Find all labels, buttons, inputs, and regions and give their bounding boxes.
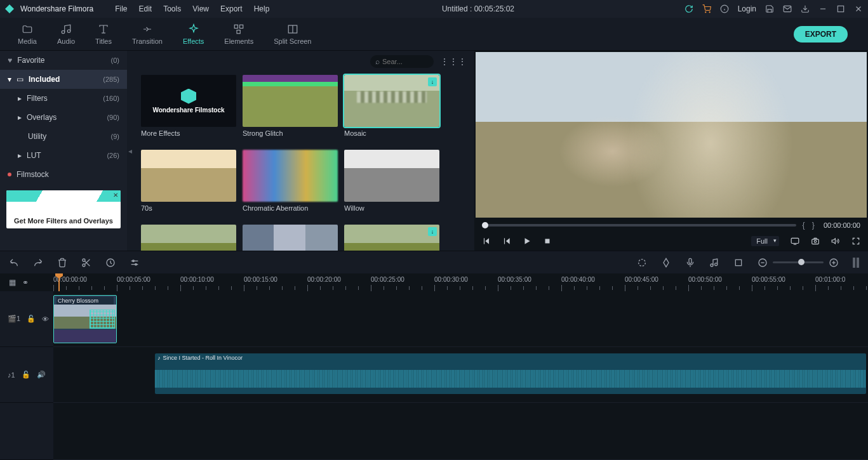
preview-video[interactable] [476, 52, 867, 218]
display-icon[interactable] [791, 237, 799, 246]
lock-icon[interactable]: 🔓 [27, 315, 36, 323]
zoom-knob[interactable] [798, 259, 805, 265]
effect-item-mosaic[interactable]: ↓ Mosaic [344, 75, 439, 143]
video-clip[interactable]: Cherry Blossom [53, 295, 117, 343]
fullscreen-icon[interactable] [851, 237, 860, 246]
svg-rect-17 [237, 30, 240, 33]
video-lane[interactable]: Cherry Blossom [53, 291, 868, 347]
svg-marker-23 [506, 238, 510, 244]
grid-view-icon[interactable]: ⋮⋮⋮ [440, 56, 467, 67]
volume-icon[interactable] [831, 237, 840, 246]
sidebar-item-favorite[interactable]: ♥Favorite (0) [0, 51, 127, 70]
svg-point-43 [715, 263, 718, 265]
color-match-icon[interactable] [637, 258, 647, 268]
promo-banner[interactable]: ✕ Get More Filters and Overlays [6, 190, 121, 228]
snapshot-icon[interactable] [811, 237, 820, 246]
sidebar-item-utility[interactable]: Utility (9) [0, 127, 127, 146]
menu-file[interactable]: File [112, 3, 130, 15]
timeline-ruler[interactable]: 00:00:00:0000:00:05:0000:00:10:0000:00:1… [53, 273, 868, 291]
scrub-bar[interactable] [482, 224, 796, 227]
effect-item-willow[interactable]: Willow [344, 150, 439, 218]
settings-icon[interactable] [130, 258, 140, 268]
sparkle-icon [188, 23, 199, 35]
menu-edit[interactable]: Edit [137, 3, 155, 15]
lock-icon[interactable]: 🔓 [22, 371, 30, 379]
play-button[interactable] [523, 237, 531, 246]
tab-titles[interactable]: Titles [85, 21, 122, 48]
tab-media[interactable]: Media [8, 21, 47, 48]
cart-icon[interactable] [702, 4, 711, 13]
download-icon[interactable] [801, 4, 810, 13]
save-icon[interactable] [765, 4, 774, 13]
tab-elements[interactable]: Elements [214, 21, 264, 48]
speed-button[interactable] [105, 258, 116, 268]
zoom-out-button[interactable] [758, 258, 768, 268]
effect-item-partial[interactable] [243, 225, 338, 251]
step-back-button[interactable] [502, 237, 511, 246]
playhead[interactable] [58, 273, 60, 291]
sidebar-item-filters[interactable]: ▸Filters (160) [0, 89, 127, 108]
maximize-icon[interactable] [836, 4, 845, 13]
audio-mixer-icon[interactable] [709, 258, 719, 268]
search-input[interactable]: ⌕ [370, 55, 434, 68]
visibility-icon[interactable]: 👁 [42, 315, 49, 323]
mail-icon[interactable] [783, 4, 792, 13]
menu-help[interactable]: Help [251, 3, 272, 15]
split-button[interactable] [81, 258, 91, 268]
stop-button[interactable] [543, 237, 552, 246]
undo-button[interactable] [9, 258, 19, 268]
sidebar-item-overlays[interactable]: ▸Overlays (90) [0, 108, 127, 127]
effect-item-strong-glitch[interactable]: Strong Glitch [243, 75, 338, 143]
close-icon[interactable] [854, 4, 863, 13]
sidebar-item-included[interactable]: ▾▭Included (285) [0, 70, 127, 89]
scrub-knob[interactable] [482, 222, 488, 228]
ruler-tick: 00:00:50:00 [688, 276, 722, 283]
effect-item-partial[interactable]: ↓ [344, 225, 439, 251]
link-icon[interactable]: ⚭ [22, 278, 29, 287]
sidebar-collapse-handle[interactable]: ◂ [127, 51, 133, 251]
login-button[interactable]: Login [738, 4, 756, 13]
folder-outline-icon: ▭ [17, 75, 23, 84]
menu-export[interactable]: Export [218, 3, 245, 15]
record-voiceover-icon[interactable] [685, 258, 695, 268]
minimize-icon[interactable] [818, 4, 827, 13]
menu-tools[interactable]: Tools [161, 3, 184, 15]
info-icon[interactable] [720, 4, 729, 13]
effect-item-70s[interactable]: 70s [141, 150, 236, 218]
sidebar-item-lut[interactable]: ▸LUT (26) [0, 146, 127, 165]
sidebar-item-filmstock[interactable]: Filmstock [0, 165, 127, 184]
menu-view[interactable]: View [190, 3, 211, 15]
svg-point-1 [709, 12, 710, 13]
tab-splitscreen[interactable]: Split Screen [264, 21, 321, 48]
promo-close-icon[interactable]: ✕ [113, 192, 118, 199]
delete-button[interactable] [57, 258, 67, 268]
tab-transition[interactable]: Transition [122, 21, 173, 48]
svg-marker-24 [525, 238, 530, 244]
export-button[interactable]: EXPORT [794, 26, 848, 43]
sync-icon[interactable] [684, 4, 693, 13]
audio-lane[interactable]: ♪Since I Started - Roll In Vinocor [53, 347, 868, 403]
empty-lane[interactable] [53, 403, 868, 460]
prev-frame-button[interactable] [482, 237, 491, 246]
track-lanes[interactable]: Cherry Blossom ♪Since I Started - Roll I… [53, 291, 868, 460]
mark-in-out[interactable]: { } [803, 221, 817, 230]
svg-marker-30 [832, 239, 835, 244]
tab-audio[interactable]: Audio [47, 21, 85, 48]
mute-icon[interactable]: 🔊 [37, 371, 46, 379]
redo-button[interactable] [33, 258, 43, 268]
zoom-in-button[interactable] [829, 258, 839, 268]
main-area: ♥Favorite (0) ▾▭Included (285) ▸Filters … [0, 51, 868, 251]
tab-effects[interactable]: Effects [173, 21, 214, 48]
zoom-fit-icon[interactable] [853, 258, 859, 268]
search-field[interactable] [382, 58, 420, 65]
tracks-manager-icon[interactable]: ▦ [9, 278, 16, 287]
effect-item-chromatic-aberration[interactable]: Chromatic Aberration [243, 150, 338, 218]
effect-item-partial[interactable] [141, 225, 236, 251]
svg-point-0 [705, 12, 705, 13]
marker-icon[interactable] [661, 258, 671, 268]
preview-quality-select[interactable]: Full [751, 236, 779, 246]
zoom-track[interactable] [773, 261, 824, 263]
effect-item-more-effects[interactable]: Wondershare Filmstock More Effects [141, 75, 236, 143]
audio-clip[interactable]: ♪Since I Started - Roll In Vinocor [155, 353, 866, 394]
crop-icon[interactable] [733, 258, 744, 268]
